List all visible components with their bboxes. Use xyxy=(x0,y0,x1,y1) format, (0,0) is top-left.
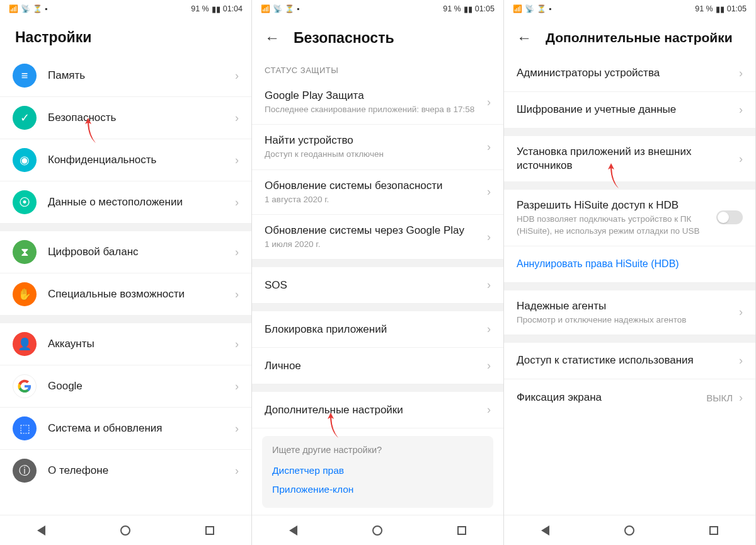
row-label: Google Play Защита xyxy=(265,89,483,103)
nav-back[interactable] xyxy=(37,525,45,536)
row-label: Личное xyxy=(265,359,483,373)
battery-text: 91 % xyxy=(191,4,209,13)
row-screen-pinning[interactable]: Фиксация экрана ВЫКЛ › xyxy=(504,379,755,416)
chevron-right-icon: › xyxy=(487,231,491,244)
sim-icon: ▪ xyxy=(45,4,47,13)
row-memory[interactable]: ≡ Память › xyxy=(0,55,251,97)
signal-icon: 📶 xyxy=(513,4,522,13)
chevron-right-icon: › xyxy=(487,359,491,372)
google-icon xyxy=(13,374,37,398)
security-list: СТАТУС ЗАЩИТЫ Google Play ЗащитаПоследне… xyxy=(252,55,503,515)
row-location[interactable]: ⦿ Данные о местоположении › xyxy=(0,181,251,224)
row-security-update[interactable]: Обновление системы безопасности1 августа… xyxy=(252,170,503,215)
row-label: SOS xyxy=(265,278,483,292)
status-bar: 📶📡⏳▪ 91 %▮▮01:05 xyxy=(252,0,503,18)
row-hisuite-hdb[interactable]: Разрешить HiSuite доступ к HDBHDB позвол… xyxy=(504,190,755,246)
hourglass-icon: ⧗ xyxy=(13,240,37,264)
section-label: СТАТУС ЗАЩИТЫ xyxy=(252,55,503,80)
signal-icon: 📶 xyxy=(261,4,270,13)
chevron-right-icon: › xyxy=(487,403,491,416)
nav-home[interactable] xyxy=(372,525,382,536)
nav-back[interactable] xyxy=(289,525,297,536)
row-about-phone[interactable]: ⓘ О телефоне › xyxy=(0,450,251,491)
chevron-right-icon: › xyxy=(487,185,491,198)
nav-recent[interactable] xyxy=(709,526,718,535)
sim-icon: ▪ xyxy=(549,4,551,13)
row-install-unknown-apps[interactable]: Установка приложений из внешних источник… xyxy=(504,136,755,182)
row-label: Блокировка приложений xyxy=(265,323,483,336)
chevron-right-icon: › xyxy=(739,306,743,319)
row-digital-balance[interactable]: ⧗ Цифровой баланс › xyxy=(0,231,251,273)
shield-icon: ✓ xyxy=(13,106,37,130)
row-label: Администраторы устройства xyxy=(517,66,735,80)
memory-icon: ≡ xyxy=(13,64,37,88)
screen-advanced-settings: 📶📡⏳▪ 91 %▮▮01:05 ← Дополнительные настро… xyxy=(504,0,756,545)
row-security[interactable]: ✓ Безопасность › xyxy=(0,97,251,139)
battery-text: 91 % xyxy=(695,4,713,13)
row-system-updates[interactable]: ⬚ Система и обновления › xyxy=(0,408,251,450)
chevron-right-icon: › xyxy=(235,246,239,259)
chevron-right-icon: › xyxy=(487,278,491,292)
nav-bar xyxy=(0,515,251,545)
nav-recent[interactable] xyxy=(457,526,466,535)
chevron-right-icon: › xyxy=(487,323,491,336)
chevron-right-icon: › xyxy=(487,141,491,154)
row-encryption[interactable]: Шифрование и учетные данные › xyxy=(504,92,755,129)
privacy-icon: ◉ xyxy=(13,148,37,172)
wifi-icon: 📡 xyxy=(273,4,282,13)
chevron-right-icon: › xyxy=(235,422,239,435)
sim-icon: ▪ xyxy=(297,4,299,13)
hint-link-app-clone[interactable]: Приложение-клон xyxy=(272,480,483,499)
row-sos[interactable]: SOS › xyxy=(252,267,503,304)
nav-back[interactable] xyxy=(541,525,549,536)
page-title: Настройки xyxy=(15,29,91,46)
row-play-protect[interactable]: Google Play ЗащитаПоследнее сканирование… xyxy=(252,80,503,125)
nav-recent[interactable] xyxy=(205,526,214,535)
row-label: Специальные возможности xyxy=(48,287,231,301)
row-label: Установка приложений из внешних источник… xyxy=(517,145,735,173)
row-sub: 1 августа 2020 г. xyxy=(265,194,483,205)
clock: 01:04 xyxy=(223,4,243,13)
row-label: Дополнительные настройки xyxy=(265,403,483,417)
row-google[interactable]: Google › xyxy=(0,365,251,408)
page-header: ← Безопасность xyxy=(252,18,503,55)
row-label: Разрешить HiSuite доступ к HDB xyxy=(517,198,711,212)
row-label: Память xyxy=(48,69,231,83)
nav-home[interactable] xyxy=(624,525,634,536)
row-trusted-agents[interactable]: Надежные агентыПросмотр и отключение над… xyxy=(504,290,755,335)
row-label: Доступ к статистике использования xyxy=(517,353,735,367)
status-bar: 📶 📡 ⏳ ▪ 91 % ▮▮ 01:04 xyxy=(0,0,251,18)
row-accessibility[interactable]: ✋ Специальные возможности › xyxy=(0,273,251,316)
chevron-right-icon: › xyxy=(235,154,239,167)
nav-home[interactable] xyxy=(120,525,130,536)
row-device-admins[interactable]: Администраторы устройства › xyxy=(504,55,755,92)
back-button[interactable]: ← xyxy=(517,29,534,47)
row-label: Обновление системы через Google Play xyxy=(265,224,483,238)
info-icon: ⓘ xyxy=(13,459,37,483)
toggle-hdb[interactable] xyxy=(716,210,743,224)
row-privacy[interactable]: ◉ Конфиденциальность › xyxy=(0,139,251,181)
row-revoke-hisuite[interactable]: Аннулировать права HiSuite (HDB) xyxy=(504,246,755,283)
row-label: Аннулировать права HiSuite (HDB) xyxy=(517,258,743,271)
chevron-right-icon: › xyxy=(739,391,743,404)
row-usage-stats[interactable]: Доступ к статистике использования › xyxy=(504,343,755,379)
row-accounts[interactable]: 👤 Аккаунты › xyxy=(0,323,251,365)
chevron-right-icon: › xyxy=(235,380,239,393)
hint-link-permissions[interactable]: Диспетчер прав xyxy=(272,461,483,480)
row-more-settings[interactable]: Дополнительные настройки › xyxy=(252,392,503,428)
hourglass-icon: ⏳ xyxy=(537,4,546,13)
row-personal[interactable]: Личное › xyxy=(252,348,503,384)
row-play-system-update[interactable]: Обновление системы через Google Play1 ию… xyxy=(252,215,503,260)
row-sub: Просмотр и отключение надежных агентов xyxy=(517,314,735,326)
row-label: Данные о местоположении xyxy=(48,195,231,209)
clock: 01:05 xyxy=(475,4,495,13)
advanced-list: Администраторы устройства › Шифрование и… xyxy=(504,55,755,515)
back-button[interactable]: ← xyxy=(265,29,282,47)
row-label: Фиксация экрана xyxy=(517,391,706,404)
row-find-device[interactable]: Найти устройствоДоступ к геоданным отклю… xyxy=(252,125,503,169)
page-title: Дополнительные настройки xyxy=(546,30,733,45)
hourglass-icon: ⏳ xyxy=(285,4,294,13)
hint-title: Ищете другие настройки? xyxy=(272,445,483,455)
row-app-lock[interactable]: Блокировка приложений › xyxy=(252,311,503,348)
chevron-right-icon: › xyxy=(235,69,239,83)
